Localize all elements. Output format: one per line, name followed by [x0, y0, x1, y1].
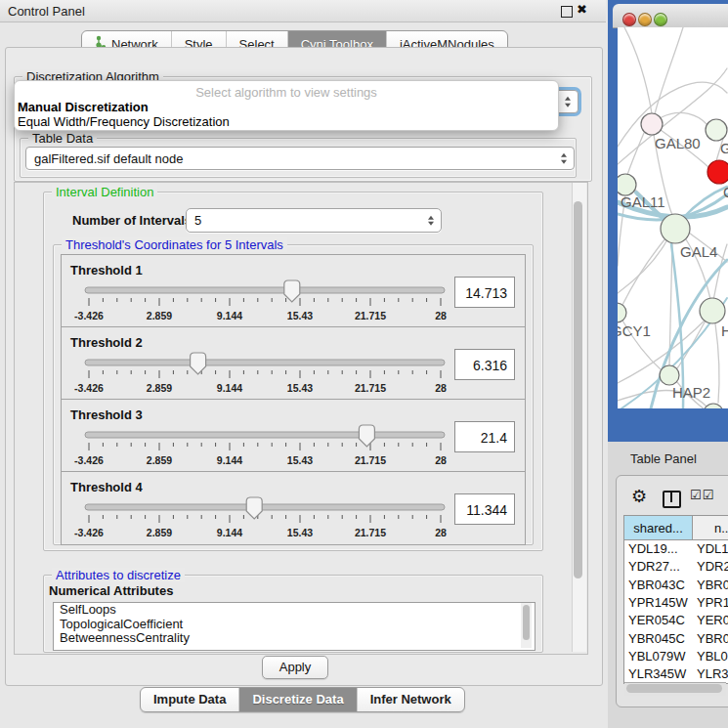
number-of-intervals-spinner[interactable]: 5	[186, 208, 442, 233]
svg-text:21.715: 21.715	[355, 382, 386, 394]
tab-label: Infer Network	[370, 689, 451, 710]
threshold-value-field[interactable]: 21.4	[454, 421, 515, 452]
network-node[interactable]	[661, 214, 690, 243]
group-title: Attributes to discretize	[52, 568, 185, 582]
number-of-intervals-label: Number of Intervals	[72, 213, 192, 228]
tab-label: Impute Data	[153, 689, 226, 710]
table-horizontal-scrollbar-thumb[interactable]	[626, 684, 722, 693]
slider-thumb[interactable]	[246, 497, 262, 519]
attribute-list-item[interactable]: SelfLoops	[54, 603, 535, 618]
checkboxes-icon[interactable]: ☑☑	[690, 488, 714, 502]
svg-text:21.715: 21.715	[355, 310, 386, 321]
cell-name: YPR1	[697, 595, 728, 610]
cell-name: YER0	[697, 613, 728, 627]
combo-arrows-icon	[561, 153, 567, 164]
svg-text:2.859: 2.859	[147, 382, 172, 394]
table-row[interactable]: YBL079WYBL0	[624, 648, 728, 665]
network-edge	[624, 27, 652, 113]
numerical-attributes-list[interactable]: SelfLoopsTopologicalCoefficientBetweenne…	[53, 602, 535, 651]
table-row[interactable]: YDR27...YDR2	[624, 558, 728, 576]
attribute-list-item[interactable]: TopologicalCoefficient	[54, 618, 535, 632]
table-row[interactable]: YBR043CYBR0	[624, 577, 728, 594]
cell-shared-name: YDR27...	[628, 559, 693, 574]
threshold-slider[interactable]: -3.4262.8599.14415.4321.71528	[79, 425, 470, 470]
tab-discretize-data[interactable]: Discretize Data	[239, 688, 357, 711]
svg-text:9.144: 9.144	[217, 310, 242, 321]
threshold-slider[interactable]: -3.4262.8599.14415.4321.71528	[79, 353, 470, 398]
threshold-panel-4: Threshold 4 -3.4262.8599.14415.4321.7152…	[61, 471, 526, 545]
svg-text:15.43: 15.43	[287, 382, 313, 394]
column-label: shared...	[633, 521, 683, 535]
network-node[interactable]	[618, 174, 636, 195]
float-window-icon[interactable]	[561, 6, 573, 18]
tab-impute-data[interactable]: Impute Data	[141, 688, 239, 711]
tab-infer-network[interactable]: Infer Network	[358, 688, 464, 711]
mac-minimize-icon[interactable]	[638, 13, 652, 26]
cell-shared-name: YBL079W	[628, 649, 693, 664]
dropdown-option-equal-width[interactable]: Equal Width/Frequency Discretization	[18, 114, 230, 129]
slider-thumb[interactable]	[191, 353, 206, 374]
svg-text:15.43: 15.43	[287, 310, 313, 321]
network-node-label: G...	[720, 140, 728, 156]
attributes-list-scrollbar-thumb[interactable]	[523, 605, 530, 640]
svg-text:21.715: 21.715	[355, 527, 386, 538]
apply-button[interactable]: Apply	[262, 656, 328, 679]
threshold-slider[interactable]: -3.4262.8599.14415.4321.71528	[79, 280, 470, 325]
cell-name: YDR2	[697, 559, 728, 574]
mac-zoom-icon[interactable]	[654, 13, 667, 26]
threshold-value-field[interactable]: 6.316	[454, 349, 515, 380]
cell-shared-name: YER054C	[628, 613, 693, 627]
intervals-value: 5	[194, 213, 201, 228]
table-row[interactable]: YBR045CYBR0	[624, 630, 728, 648]
cell-shared-name: YPR145W	[628, 595, 693, 610]
combo-arrows-icon	[565, 97, 571, 107]
table-row[interactable]: YER054CYER0	[624, 612, 728, 629]
network-node-label: GAL4	[680, 243, 717, 260]
network-node[interactable]	[641, 113, 663, 135]
dropdown-option-manual-discretization[interactable]: Manual Discretization	[18, 100, 149, 114]
table-row[interactable]: YLR345WYLR3	[624, 665, 728, 683]
table-row[interactable]: YPR145WYPR1	[624, 594, 728, 612]
mac-close-icon[interactable]	[622, 13, 636, 26]
svg-text:28: 28	[435, 310, 447, 321]
network-node-label: GCY1	[618, 322, 651, 339]
svg-text:9.144: 9.144	[217, 382, 242, 394]
svg-text:-3.426: -3.426	[74, 454, 104, 466]
vertical-scrollbar-thumb[interactable]	[574, 201, 582, 578]
network-edge	[655, 27, 683, 114]
table-data-combobox[interactable]: galFiltered.sif default node	[25, 147, 575, 170]
network-node[interactable]	[660, 365, 679, 385]
threshold-slider[interactable]: -3.4262.8599.14415.4321.71528	[79, 497, 470, 542]
attribute-list-item[interactable]: BetweennessCentrality	[54, 631, 535, 646]
cyni-mode-tabbar: Impute Data Discretize Data Infer Networ…	[140, 687, 465, 712]
threshold-value-field[interactable]: 14.713	[454, 277, 515, 308]
threshold-panel-1: Threshold 1 -3.4262.8599.14415.4321.7152…	[61, 254, 526, 328]
threshold-value-field[interactable]: 11.344	[454, 493, 515, 525]
column-header-name[interactable]: n...	[693, 516, 728, 540]
network-node[interactable]	[700, 298, 725, 323]
slider-thumb[interactable]	[284, 280, 300, 302]
svg-text:9.144: 9.144	[217, 527, 242, 538]
network-graph: GAL80G...C...GAL11GAL4GCY1HHAP2	[618, 27, 728, 408]
threshold-label: Threshold 2	[70, 335, 143, 350]
svg-text:28: 28	[435, 527, 447, 538]
close-icon[interactable]: ✖	[577, 2, 587, 17]
network-node[interactable]	[707, 160, 728, 184]
network-node[interactable]	[706, 119, 727, 141]
cell-name: YBR0	[697, 631, 728, 646]
column-header-shared-name[interactable]: shared...	[624, 516, 693, 540]
cell-shared-name: YBR043C	[628, 578, 693, 592]
columns-icon[interactable]	[663, 491, 681, 508]
table-row[interactable]: YDL19...YDL1	[624, 540, 728, 558]
slider-thumb[interactable]	[359, 425, 374, 447]
cell-shared-name: YDL19...	[628, 541, 693, 556]
threshold-panel-3: Threshold 3 -3.4262.8599.14415.4321.7152…	[61, 399, 526, 473]
table-panel-title: Table Panel	[630, 451, 697, 466]
cell-name: YDL1	[697, 541, 728, 556]
gear-icon[interactable]: ⚙	[631, 486, 647, 507]
network-node[interactable]	[704, 404, 723, 408]
network-node[interactable]	[618, 303, 626, 322]
network-node-label: GAL80	[655, 135, 701, 151]
threshold-panel-2: Threshold 2 -3.4262.8599.14415.4321.7152…	[61, 326, 526, 401]
svg-text:-3.426: -3.426	[74, 310, 104, 321]
